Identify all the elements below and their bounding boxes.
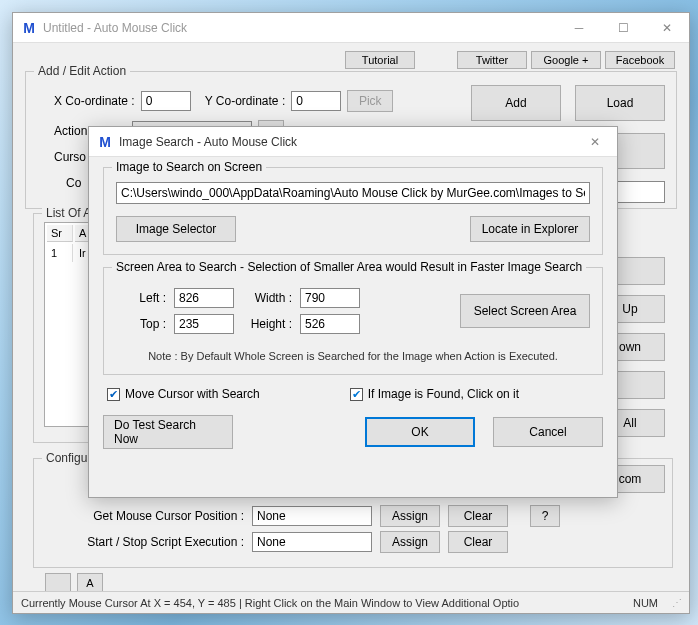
image-path-input[interactable]: [116, 182, 590, 204]
check-icon: ✔: [350, 388, 363, 401]
load-button[interactable]: Load: [575, 85, 665, 121]
startstop-assign[interactable]: Assign: [380, 531, 440, 553]
add-button[interactable]: Add: [471, 85, 561, 121]
status-num: NUM: [633, 597, 658, 609]
height-label: Height :: [242, 317, 292, 331]
co-label-truncated: Co: [66, 176, 81, 190]
get-mouse-label: Get Mouse Cursor Position :: [44, 509, 244, 523]
ycoord-input[interactable]: [291, 91, 341, 111]
main-titlebar: M Untitled - Auto Mouse Click ─ ☐ ✕: [13, 13, 689, 43]
move-cursor-label: Move Cursor with Search: [125, 387, 260, 401]
startstop-label: Start / Stop Script Execution :: [44, 535, 244, 549]
cancel-button[interactable]: Cancel: [493, 417, 603, 447]
if-found-checkbox[interactable]: ✔ If Image is Found, Click on it: [350, 387, 519, 401]
if-found-label: If Image is Found, Click on it: [368, 387, 519, 401]
cell-sr: 1: [47, 244, 73, 262]
ycoord-label: Y Co-ordinate :: [205, 94, 286, 108]
cursor-label-truncated: Curso: [54, 150, 86, 164]
pick-button[interactable]: Pick: [347, 90, 393, 112]
screen-area-note: Note : By Default Whole Screen is Search…: [116, 350, 590, 362]
screen-area-group: Screen Area to Search - Selection of Sma…: [103, 267, 603, 375]
resize-grip-icon[interactable]: ⋰: [672, 597, 681, 608]
dialog-titlebar: M Image Search - Auto Mouse Click ✕: [89, 127, 617, 157]
help-button[interactable]: ?: [530, 505, 560, 527]
check-icon: ✔: [107, 388, 120, 401]
xcoord-input[interactable]: [141, 91, 191, 111]
screen-area-legend: Screen Area to Search - Selection of Sma…: [112, 260, 586, 274]
top-input[interactable]: [174, 314, 234, 334]
get-mouse-assign[interactable]: Assign: [380, 505, 440, 527]
image-search-dialog: M Image Search - Auto Mouse Click ✕ Imag…: [88, 126, 618, 498]
startstop-input[interactable]: [252, 532, 372, 552]
close-button[interactable]: ✕: [645, 13, 689, 43]
get-mouse-clear[interactable]: Clear: [448, 505, 508, 527]
status-text: Currently Mouse Cursor At X = 454, Y = 4…: [21, 597, 519, 609]
status-bar: Currently Mouse Cursor At X = 454, Y = 4…: [13, 591, 689, 613]
locate-explorer-button[interactable]: Locate in Explorer: [470, 216, 590, 242]
left-label: Left :: [116, 291, 166, 305]
do-test-search-button[interactable]: Do Test Search Now: [103, 415, 233, 449]
image-to-search-legend: Image to Search on Screen: [112, 160, 266, 174]
left-input[interactable]: [174, 288, 234, 308]
dialog-close-button[interactable]: ✕: [573, 127, 617, 157]
move-cursor-checkbox[interactable]: ✔ Move Cursor with Search: [107, 387, 260, 401]
maximize-button[interactable]: ☐: [601, 13, 645, 43]
xcoord-label: X Co-ordinate :: [54, 94, 135, 108]
ok-button[interactable]: OK: [365, 417, 475, 447]
minimize-button[interactable]: ─: [557, 13, 601, 43]
image-to-search-group: Image to Search on Screen Image Selector…: [103, 167, 603, 255]
width-input[interactable]: [300, 288, 360, 308]
select-screen-area-button[interactable]: Select Screen Area: [460, 294, 590, 328]
width-label: Width :: [242, 291, 292, 305]
dialog-app-icon: M: [97, 134, 113, 150]
small-btn-1[interactable]: [45, 573, 71, 593]
top-label: Top :: [116, 317, 166, 331]
small-btn-a[interactable]: A: [77, 573, 103, 593]
dialog-title: Image Search - Auto Mouse Click: [119, 135, 573, 149]
get-mouse-input[interactable]: [252, 506, 372, 526]
startstop-clear[interactable]: Clear: [448, 531, 508, 553]
image-selector-button[interactable]: Image Selector: [116, 216, 236, 242]
main-title: Untitled - Auto Mouse Click: [43, 21, 557, 35]
height-input[interactable]: [300, 314, 360, 334]
app-icon: M: [21, 20, 37, 36]
add-edit-legend: Add / Edit Action: [34, 64, 130, 78]
col-sr[interactable]: Sr: [47, 225, 73, 242]
